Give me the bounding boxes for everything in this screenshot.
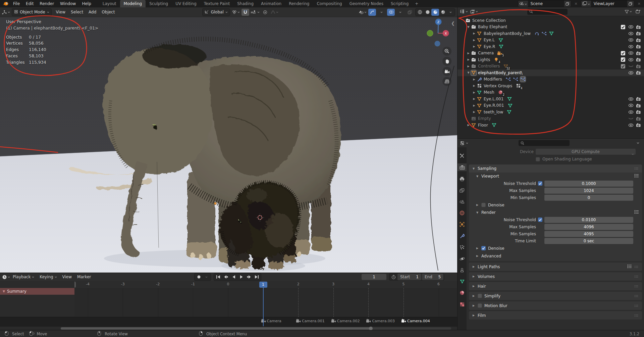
panel-motion-blur[interactable]: ▶Motion Blur bbox=[469, 301, 642, 310]
expand-icon[interactable]: ▶ bbox=[472, 91, 477, 94]
camera-marker-camera[interactable]: Camera bbox=[261, 319, 281, 324]
outliner-filter-button[interactable] bbox=[624, 8, 632, 15]
viewport-subpanel-header[interactable]: ▼ Viewport bbox=[469, 173, 642, 180]
min-samples-field[interactable]: 0 bbox=[544, 195, 633, 201]
viewport-menu-add[interactable]: Add bbox=[86, 10, 99, 14]
expand-icon[interactable]: ▶ bbox=[472, 97, 477, 100]
properties-tab-constraints[interactable] bbox=[458, 266, 467, 274]
visibility-eye-toggle[interactable] bbox=[627, 44, 635, 49]
simplify-checkbox[interactable] bbox=[478, 294, 482, 298]
visibility-eye-toggle[interactable] bbox=[627, 25, 635, 29]
outliner-item-camera[interactable]: ▶Camera5 bbox=[458, 50, 644, 57]
camera-marker-camera-002[interactable]: Camera.002 bbox=[331, 319, 360, 324]
collapse-icon[interactable]: ▼ bbox=[466, 71, 471, 74]
properties-tab-scene[interactable] bbox=[458, 198, 467, 205]
min-samples-field[interactable]: 4095 bbox=[544, 231, 633, 237]
outliner-item-eye-r-001[interactable]: ▶Eye.R.001 bbox=[458, 102, 644, 109]
shading-wireframe-button[interactable] bbox=[416, 9, 424, 16]
previous-keyframe-button[interactable] bbox=[222, 274, 230, 281]
expand-icon[interactable]: ▶ bbox=[472, 32, 477, 35]
visibility-eye-toggle[interactable] bbox=[627, 31, 635, 36]
properties-tab-modifiers[interactable] bbox=[458, 232, 467, 240]
app-menu-file[interactable]: File bbox=[10, 1, 23, 6]
outliner-item-empty[interactable]: Empty bbox=[458, 115, 644, 122]
dopesheet-tracks[interactable] bbox=[74, 288, 457, 317]
denoise-checkbox[interactable] bbox=[481, 203, 486, 207]
drag-dots-icon[interactable] bbox=[634, 313, 639, 318]
expand-icon[interactable]: ▶ bbox=[472, 45, 477, 48]
camera-view-button[interactable] bbox=[442, 67, 451, 76]
outliner-editor-type-button[interactable] bbox=[460, 8, 468, 15]
overlays-dropd own[interactable] bbox=[396, 9, 404, 16]
timeline-menu-playback[interactable]: Playback bbox=[10, 275, 37, 279]
workspace-tab-layout[interactable]: Layout bbox=[99, 0, 120, 7]
render-subpanel-header[interactable]: ▼ Render bbox=[469, 209, 642, 216]
properties-tab-particles[interactable] bbox=[458, 243, 467, 251]
timeline-menu-keying[interactable]: Keying bbox=[37, 275, 59, 279]
play-reverse-button[interactable] bbox=[230, 274, 237, 281]
xray-toggle[interactable] bbox=[406, 9, 414, 16]
mode-selector[interactable]: Object Mode bbox=[12, 8, 52, 16]
visibility-eye-toggle[interactable] bbox=[627, 70, 635, 75]
editor-type-button[interactable] bbox=[2, 9, 10, 16]
osl-checkbox[interactable] bbox=[536, 157, 540, 161]
max-samples-field[interactable]: 4096 bbox=[544, 224, 633, 230]
proportional-editing-toggle[interactable] bbox=[261, 9, 269, 16]
workspace-tab-modeling[interactable]: Modeling bbox=[120, 0, 146, 7]
outliner-item-elephantbody-parent[interactable]: ▼elephantBody_parent\ bbox=[458, 69, 644, 76]
render-visibility-toggle[interactable] bbox=[635, 123, 642, 127]
visibility-eye-toggle[interactable] bbox=[627, 38, 635, 42]
scene-name[interactable]: Scene bbox=[528, 1, 564, 7]
panel-simplify[interactable]: ▶Simplify bbox=[469, 292, 642, 300]
visibility-eye-toggle[interactable] bbox=[627, 103, 635, 108]
render-visibility-toggle[interactable] bbox=[635, 64, 642, 68]
zoom-button[interactable] bbox=[442, 47, 451, 56]
workspace-tab-rendering[interactable]: Rendering bbox=[285, 0, 313, 7]
visibility-eye-toggle[interactable] bbox=[627, 97, 635, 101]
render-visibility-toggle[interactable] bbox=[635, 51, 642, 55]
outliner-item-vertex-groups[interactable]: ▶Vertex Groups4 bbox=[458, 83, 644, 89]
camera-marker-camera-004[interactable]: Camera.004 bbox=[401, 319, 430, 324]
outliner-item-controllers[interactable]: ▶Controllers52 bbox=[458, 63, 644, 70]
app-menu-help[interactable]: Help bbox=[79, 1, 94, 6]
viewport-menu-view[interactable]: View bbox=[53, 10, 68, 14]
timeline-editor-type-button[interactable] bbox=[2, 274, 10, 281]
selectable-checkbox[interactable] bbox=[619, 57, 627, 62]
properties-tab-output[interactable] bbox=[458, 175, 467, 183]
drag-dots-icon[interactable] bbox=[634, 274, 639, 279]
viewlayer-selector[interactable]: ViewLayer bbox=[581, 0, 634, 7]
gizmos-dropdown[interactable] bbox=[378, 9, 385, 16]
shading-rendered-button[interactable] bbox=[439, 9, 447, 16]
drag-dots-icon[interactable] bbox=[634, 294, 639, 298]
visibility-eye-toggle[interactable] bbox=[627, 57, 635, 62]
noise-threshold-checkbox[interactable] bbox=[538, 218, 542, 222]
auto-keying-record-button[interactable] bbox=[195, 274, 203, 281]
render-denoise-toggle[interactable]: ▶ Denoise bbox=[469, 244, 642, 252]
visibility-eye-toggle[interactable] bbox=[627, 110, 635, 114]
timeline-menu-marker[interactable]: Marker bbox=[74, 275, 94, 279]
render-visibility-toggle[interactable] bbox=[635, 110, 642, 114]
outliner-item-modifiers[interactable]: ▶Modifiers bbox=[458, 76, 644, 83]
properties-tab-view-layer[interactable] bbox=[458, 186, 467, 194]
viewport-denoise-toggle[interactable]: ▶ Denoise bbox=[469, 201, 642, 209]
timeline-body[interactable]: -4-3-2-1023456 ↔ ▼ Summary CameraCamera.… bbox=[0, 281, 457, 330]
expand-icon[interactable]: ▶ bbox=[472, 78, 477, 81]
toggle-perspective-button[interactable] bbox=[442, 77, 451, 86]
visibility-eye-toggle[interactable] bbox=[627, 51, 635, 55]
presets-list-icon[interactable] bbox=[634, 174, 639, 179]
properties-tab-texture[interactable] bbox=[458, 300, 467, 308]
outliner-item-eye-l[interactable]: ▶Eye.L bbox=[458, 37, 644, 44]
properties-tab-world[interactable] bbox=[458, 209, 467, 217]
panel-light-paths[interactable]: ▶Light Paths bbox=[469, 262, 642, 271]
render-visibility-toggle[interactable] bbox=[635, 44, 642, 49]
app-menu-edit[interactable]: Edit bbox=[23, 1, 37, 6]
workspace-tab-compositing[interactable]: Compositing bbox=[313, 0, 345, 7]
noise-threshold-field[interactable]: 0.0100 bbox=[544, 217, 633, 223]
properties-tab-data[interactable] bbox=[458, 278, 467, 285]
workspace-tab-uv-editing[interactable]: UV Editing bbox=[172, 0, 200, 7]
gizmos-toggle[interactable] bbox=[368, 9, 376, 16]
add-workspace-button[interactable]: + bbox=[412, 1, 421, 6]
navigation-gizmo[interactable]: Z X bbox=[422, 17, 455, 50]
gizmo-y-axis[interactable] bbox=[427, 30, 433, 36]
drag-dots-icon[interactable] bbox=[634, 303, 639, 308]
